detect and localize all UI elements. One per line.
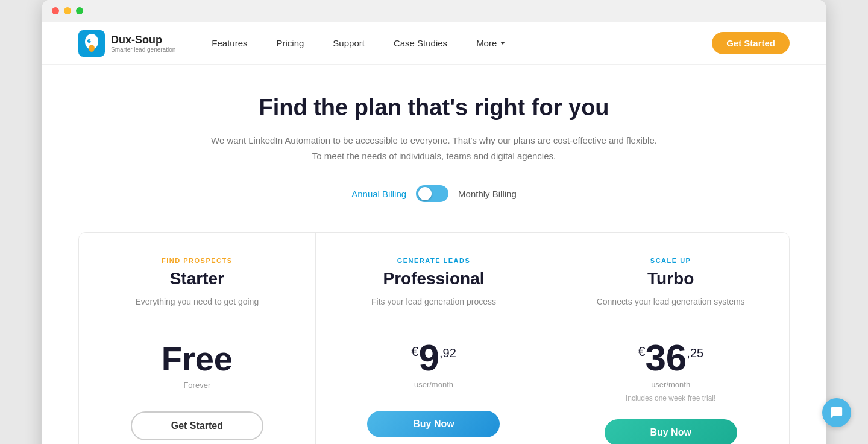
price-free: Free	[162, 339, 233, 378]
nav-link-features[interactable]: Features	[212, 38, 247, 48]
price-decimal-turbo: ,25	[687, 346, 703, 360]
logo-tagline: Smarter lead generation	[111, 46, 175, 53]
toggle-thumb	[418, 187, 432, 200]
nav-link-pricing[interactable]: Pricing	[277, 38, 304, 48]
chevron-down-icon	[500, 42, 505, 45]
subtext-line1: We want LinkedIn Automation to be access…	[211, 135, 657, 145]
price-currency-turbo: €	[638, 344, 645, 360]
price-main-professional: 9	[418, 339, 439, 376]
logo-name: Dux-Soup	[111, 34, 175, 46]
plan-category-starter: FIND PROSPECTS	[162, 257, 233, 264]
plan-name-professional: Professional	[383, 269, 484, 288]
plan-card-turbo: SCALE UP Turbo Connects your lead genera…	[552, 233, 789, 444]
nav-link-support[interactable]: Support	[333, 38, 365, 48]
logo-icon	[78, 30, 105, 57]
dot-red[interactable]	[52, 7, 59, 14]
price-note-turbo: Includes one week free trial!	[626, 394, 715, 402]
price-decimal-professional: ,92	[439, 346, 456, 360]
cta-button-turbo[interactable]: Buy Now	[605, 419, 737, 444]
logo-area[interactable]: Dux-Soup Smarter lead generation	[78, 30, 175, 57]
pricing-grid: FIND PROSPECTS Starter Everything you ne…	[78, 232, 790, 444]
cta-button-starter[interactable]: Get Started	[131, 411, 263, 440]
billing-toggle-track[interactable]	[416, 185, 448, 202]
nav-cta-button[interactable]: Get Started	[712, 32, 790, 54]
logo-text: Dux-Soup Smarter lead generation	[111, 34, 175, 53]
subtext-line2: To meet the needs of individuals, teams …	[312, 151, 556, 161]
browser-window: Dux-Soup Smarter lead generation Feature…	[42, 0, 826, 444]
dot-yellow[interactable]	[64, 7, 71, 14]
nav-links: Features Pricing Support Case Studies Mo…	[212, 38, 712, 48]
price-period-professional: user/month	[414, 380, 453, 389]
price-area-professional: € 9 ,92	[411, 339, 456, 376]
nav-link-more[interactable]: More	[476, 38, 505, 48]
page-heading: Find the plan that's right for you	[78, 95, 790, 121]
plan-name-turbo: Turbo	[647, 269, 694, 288]
chat-bubble[interactable]	[822, 398, 851, 427]
svg-point-3	[89, 45, 95, 52]
price-currency-professional: €	[411, 344, 418, 360]
main-content: Find the plan that's right for you We wa…	[42, 65, 826, 444]
price-period-turbo: user/month	[651, 380, 690, 389]
plan-category-turbo: SCALE UP	[650, 257, 691, 264]
cta-button-professional[interactable]: Buy Now	[367, 411, 500, 437]
annual-billing-label: Annual Billing	[351, 189, 406, 199]
price-area-turbo: € 36 ,25	[638, 339, 703, 376]
billing-toggle: Annual Billing Monthly Billing	[78, 185, 790, 202]
navbar: Dux-Soup Smarter lead generation Feature…	[42, 22, 826, 65]
price-main-turbo: 36	[645, 339, 687, 376]
plan-desc-starter: Everything you need to get going	[135, 296, 259, 322]
plan-name-starter: Starter	[170, 269, 224, 288]
plan-card-starter: FIND PROSPECTS Starter Everything you ne…	[79, 233, 316, 444]
plan-category-professional: GENERATE LEADS	[397, 257, 471, 264]
monthly-billing-label: Monthly Billing	[458, 189, 517, 199]
nav-link-case-studies[interactable]: Case Studies	[394, 38, 447, 48]
svg-point-4	[90, 39, 92, 41]
browser-chrome	[42, 0, 826, 22]
plan-desc-professional: Fits your lead generation process	[371, 296, 496, 322]
plan-desc-turbo: Connects your lead generation systems	[597, 296, 745, 322]
dot-green[interactable]	[76, 7, 83, 14]
plan-card-professional: GENERATE LEADS Professional Fits your le…	[316, 233, 553, 444]
page-subtext: We want LinkedIn Automation to be access…	[78, 133, 790, 163]
chat-icon	[830, 406, 843, 419]
price-period-starter: Forever	[183, 381, 210, 390]
